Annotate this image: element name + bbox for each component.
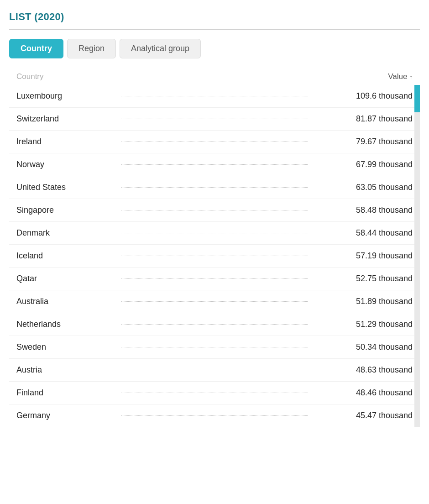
list-outer: Luxembourg109.6 thousandSwitzerland81.87… — [9, 85, 420, 427]
dotted-line — [121, 187, 308, 188]
table-row: United States63.05 thousand — [9, 176, 420, 199]
country-name: Netherlands — [16, 320, 117, 329]
table-row: Singapore58.48 thousand — [9, 199, 420, 222]
dotted-line — [121, 393, 308, 393]
dotted-line — [121, 278, 308, 279]
dotted-line — [121, 347, 308, 347]
tab-country[interactable]: Country — [9, 39, 63, 58]
value-text: 79.67 thousand — [312, 137, 413, 147]
country-name: Ireland — [16, 137, 117, 147]
country-name: Qatar — [16, 274, 117, 284]
value-text: 57.19 thousand — [312, 251, 413, 261]
dotted-line — [121, 119, 308, 119]
table-row: Iceland57.19 thousand — [9, 245, 420, 268]
table-row: Australia51.89 thousand — [9, 290, 420, 313]
value-text: 81.87 thousand — [312, 114, 413, 124]
country-name: Luxembourg — [16, 91, 117, 101]
table-row: Switzerland81.87 thousand — [9, 108, 420, 131]
value-text: 48.63 thousand — [312, 365, 413, 375]
page-container: LIST (2020) Country Region Analytical gr… — [0, 0, 429, 436]
dotted-line — [121, 256, 308, 256]
value-text: 50.34 thousand — [312, 342, 413, 352]
page-title: LIST (2020) — [9, 11, 420, 23]
table-row: Luxembourg109.6 thousand — [9, 85, 420, 108]
table-header: Country Value ↑ — [9, 69, 420, 85]
value-text: 48.46 thousand — [312, 388, 413, 398]
tab-region[interactable]: Region — [67, 39, 116, 58]
dotted-line — [121, 210, 308, 210]
value-text: 52.75 thousand — [312, 274, 413, 284]
table-row: Norway67.99 thousand — [9, 153, 420, 176]
value-text: 51.89 thousand — [312, 297, 413, 306]
dotted-line — [121, 164, 308, 165]
dotted-line — [121, 142, 308, 142]
column-header-country: Country — [16, 72, 44, 81]
country-name: Switzerland — [16, 114, 117, 124]
scrollbar-track[interactable] — [414, 85, 420, 427]
country-name: Iceland — [16, 251, 117, 261]
tab-analytical-group[interactable]: Analytical group — [120, 39, 201, 58]
sort-arrow-icon: ↑ — [410, 74, 413, 80]
country-name: Norway — [16, 160, 117, 169]
dotted-line — [121, 233, 308, 233]
dotted-line — [121, 301, 308, 302]
country-name: Finland — [16, 388, 117, 398]
dotted-line — [121, 370, 308, 370]
divider — [9, 29, 420, 30]
country-name: Singapore — [16, 205, 117, 215]
table-row: Germany45.47 thousand — [9, 404, 420, 427]
table-row: Sweden50.34 thousand — [9, 336, 420, 359]
table-row: Austria48.63 thousand — [9, 359, 420, 382]
table-row: Netherlands51.29 thousand — [9, 313, 420, 336]
value-text: 58.48 thousand — [312, 205, 413, 215]
country-name: Australia — [16, 297, 117, 306]
country-name: Sweden — [16, 342, 117, 352]
table-row: Finland48.46 thousand — [9, 382, 420, 404]
dotted-line — [121, 324, 308, 325]
dotted-line — [121, 96, 308, 96]
dotted-line — [121, 415, 308, 416]
value-text: 109.6 thousand — [312, 91, 413, 101]
value-text: 58.44 thousand — [312, 228, 413, 238]
table-row: Qatar52.75 thousand — [9, 268, 420, 290]
column-header-value[interactable]: Value ↑ — [388, 72, 413, 81]
table-row: Denmark58.44 thousand — [9, 222, 420, 245]
country-name: Denmark — [16, 228, 117, 238]
country-name: Austria — [16, 365, 117, 375]
value-text: 67.99 thousand — [312, 160, 413, 169]
value-text: 45.47 thousand — [312, 411, 413, 420]
value-text: 63.05 thousand — [312, 183, 413, 192]
table-row: Ireland79.67 thousand — [9, 131, 420, 153]
country-name: Germany — [16, 411, 117, 420]
scrollbar-thumb[interactable] — [414, 85, 420, 112]
tab-group: Country Region Analytical group — [9, 39, 420, 58]
list-container: Luxembourg109.6 thousandSwitzerland81.87… — [9, 85, 420, 427]
country-name: United States — [16, 183, 117, 192]
value-text: 51.29 thousand — [312, 320, 413, 329]
